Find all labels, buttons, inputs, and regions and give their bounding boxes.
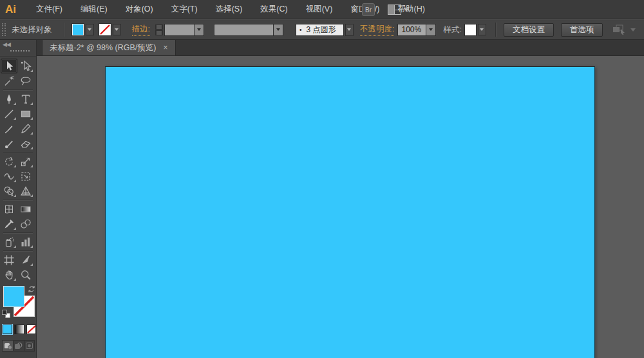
chevron-down-icon bbox=[197, 28, 201, 31]
stroke-width-dropdown-button[interactable] bbox=[194, 24, 204, 36]
stepper-up-button[interactable] bbox=[155, 24, 163, 30]
select-similar-icon bbox=[612, 24, 627, 35]
fill-color-dropdown-button[interactable] bbox=[86, 24, 94, 35]
width-profile-control bbox=[214, 24, 283, 36]
stroke-width-stepper[interactable] bbox=[155, 24, 163, 35]
draw-behind-icon[interactable] bbox=[13, 341, 23, 351]
perspective-grid-tool-icon[interactable] bbox=[17, 184, 34, 198]
document-setup-button[interactable]: 文档设置 bbox=[504, 23, 554, 37]
tool-group-divider bbox=[3, 152, 33, 153]
select-similar-control bbox=[612, 24, 636, 35]
draw-normal-icon[interactable] bbox=[3, 341, 13, 351]
down-arrow-icon bbox=[156, 30, 162, 35]
fill-swatch[interactable] bbox=[3, 286, 24, 307]
zoom-tool-icon[interactable] bbox=[17, 267, 34, 282]
swap-fill-stroke-icon[interactable] bbox=[28, 285, 35, 293]
stroke-color-dropdown-button[interactable] bbox=[113, 24, 121, 35]
stroke-color-control bbox=[99, 24, 121, 35]
color-button[interactable] bbox=[3, 325, 12, 334]
draw-inside-icon[interactable] bbox=[24, 341, 34, 351]
up-arrow-icon bbox=[156, 24, 162, 30]
preferences-button[interactable]: 首选项 bbox=[561, 23, 603, 37]
opacity-control: 100% bbox=[397, 24, 436, 36]
selection-tool-icon[interactable] bbox=[1, 59, 17, 73]
pen-tool-icon[interactable] bbox=[1, 91, 17, 106]
graphic-style-control bbox=[465, 24, 486, 35]
control-bar-grip[interactable] bbox=[2, 23, 6, 36]
chevron-down-icon bbox=[630, 28, 636, 32]
menu-item[interactable]: 效果(C) bbox=[251, 0, 296, 19]
menu-item[interactable]: 视图(V) bbox=[297, 0, 342, 19]
brush-dropdown-button[interactable] bbox=[345, 24, 354, 36]
shape-builder-tool-icon[interactable] bbox=[1, 184, 17, 198]
column-graph-tool-icon[interactable] bbox=[17, 234, 34, 249]
mesh-tool-icon[interactable] bbox=[1, 202, 17, 216]
eyedropper-tool-icon[interactable] bbox=[1, 216, 17, 231]
menu-bar-icons: Br bbox=[362, 3, 409, 16]
magic-wand-tool-icon[interactable] bbox=[1, 73, 17, 88]
tool-group-divider bbox=[3, 250, 33, 251]
artboard[interactable] bbox=[105, 66, 595, 358]
rectangle-tool-icon[interactable] bbox=[17, 106, 34, 121]
graphic-style-swatch[interactable] bbox=[465, 24, 476, 35]
artboard-tool-icon[interactable] bbox=[1, 252, 17, 267]
chevron-down-icon bbox=[480, 28, 484, 31]
width-profile-dropdown-button[interactable] bbox=[274, 24, 283, 36]
menu-item[interactable]: 文字(T) bbox=[162, 0, 207, 19]
tool-group-divider bbox=[3, 90, 33, 90]
width-tool-icon[interactable] bbox=[1, 169, 17, 184]
free-transform-tool-icon[interactable] bbox=[17, 169, 34, 184]
opacity-panel-link[interactable]: 不透明度: bbox=[360, 24, 394, 36]
symbol-sprayer-tool-icon[interactable] bbox=[1, 234, 17, 249]
gradient-tool-icon[interactable] bbox=[17, 202, 34, 216]
eraser-tool-icon[interactable] bbox=[17, 136, 34, 151]
opacity-dropdown-button[interactable] bbox=[426, 24, 436, 36]
document-tab[interactable]: 未标题-2* @ 98% (RGB/预览) × bbox=[42, 40, 176, 55]
hand-tool-icon[interactable] bbox=[1, 267, 17, 282]
opacity-input[interactable]: 100% bbox=[397, 24, 426, 36]
blend-tool-icon[interactable] bbox=[17, 216, 34, 231]
document-tab-strip: 未标题-2* @ 98% (RGB/预览) × bbox=[37, 40, 644, 56]
menu-item[interactable]: 对象(O) bbox=[117, 0, 162, 19]
none-button[interactable] bbox=[26, 325, 36, 334]
brush-definition-control: • 3 点圆形 bbox=[296, 24, 354, 36]
lasso-tool-icon[interactable] bbox=[17, 73, 34, 88]
gradient-button[interactable] bbox=[14, 325, 24, 334]
close-tab-icon[interactable]: × bbox=[164, 44, 168, 52]
graphic-style-dropdown-button[interactable] bbox=[478, 24, 486, 35]
menu-item[interactable]: 选择(S) bbox=[207, 0, 252, 19]
chevron-down-icon bbox=[115, 28, 118, 31]
paintbrush-tool-icon[interactable] bbox=[1, 121, 17, 136]
stroke-color-swatch-none[interactable] bbox=[99, 24, 111, 35]
panel-drag-grip[interactable] bbox=[10, 50, 30, 52]
default-fill-stroke-icon[interactable] bbox=[2, 310, 10, 318]
blob-brush-tool-icon[interactable] bbox=[1, 136, 17, 151]
fill-stroke-block bbox=[0, 285, 36, 322]
width-profile-select[interactable] bbox=[214, 24, 274, 36]
stroke-width-input[interactable] bbox=[164, 24, 194, 36]
menu-item[interactable]: 编辑(E) bbox=[71, 0, 117, 19]
none-slash-icon bbox=[27, 325, 36, 334]
paint-style-row bbox=[0, 322, 36, 334]
brush-name: 3 点圆形 bbox=[307, 24, 336, 35]
menu-item[interactable]: 文件(F) bbox=[27, 0, 71, 19]
line-segment-tool-icon[interactable] bbox=[1, 106, 17, 121]
canvas-pasteboard[interactable] bbox=[37, 56, 644, 358]
tool-group-divider bbox=[3, 232, 33, 233]
collapse-panel-icon[interactable]: ◀◀ bbox=[3, 41, 10, 48]
rotate-tool-icon[interactable] bbox=[1, 154, 17, 169]
direct-selection-tool-icon[interactable] bbox=[17, 59, 34, 73]
brush-preview-dot: • bbox=[299, 26, 302, 33]
fill-color-swatch[interactable] bbox=[72, 24, 84, 35]
bridge-icon[interactable]: Br bbox=[362, 3, 375, 16]
brush-definition-select[interactable]: • 3 点圆形 bbox=[296, 24, 344, 36]
stepper-down-button[interactable] bbox=[155, 30, 163, 35]
stroke-panel-link[interactable]: 描边: bbox=[132, 24, 150, 36]
arrange-documents-button[interactable] bbox=[388, 5, 409, 15]
arrange-documents-icon bbox=[388, 5, 401, 15]
slice-tool-icon[interactable] bbox=[17, 252, 34, 267]
scale-tool-icon[interactable] bbox=[17, 154, 34, 169]
control-bar: 未选择对象 描边: • 3 点圆形 不透明度: 100% 样式: bbox=[0, 19, 644, 40]
pencil-tool-icon[interactable] bbox=[17, 121, 34, 136]
type-tool-icon[interactable] bbox=[17, 91, 34, 106]
